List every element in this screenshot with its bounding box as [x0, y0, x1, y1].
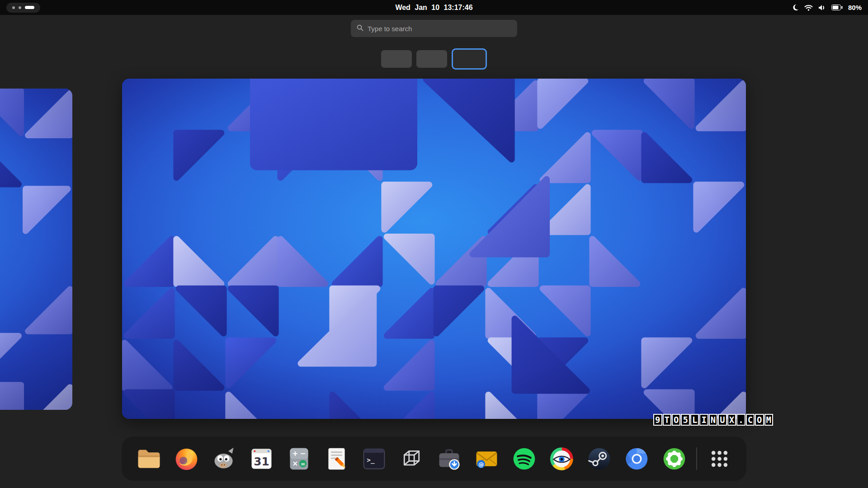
- workspace-thumb-1[interactable]: [381, 50, 412, 68]
- watermark-char: M: [764, 414, 773, 426]
- watermark-char: .: [736, 414, 745, 426]
- activities-workspace-indicator[interactable]: [6, 3, 40, 13]
- dock-item-files[interactable]: [133, 443, 164, 474]
- wallpaper-adjacent: [0, 89, 72, 410]
- dock: 31+−×=>_@: [122, 436, 746, 481]
- spotify-icon: [510, 445, 538, 473]
- workspace-thumb-2[interactable]: [416, 50, 447, 68]
- watermark-char: T: [663, 414, 671, 426]
- search-input[interactable]: Type to search: [351, 20, 517, 37]
- firefox-icon: [173, 445, 200, 473]
- steam-icon: [585, 445, 613, 473]
- svg-text:@: @: [478, 460, 483, 467]
- svg-text:×: ×: [292, 459, 298, 467]
- gimp-icon: [210, 445, 238, 473]
- dock-item-gimp[interactable]: [208, 443, 239, 474]
- wallpaper-art: [0, 89, 72, 410]
- dock-item-software-installer[interactable]: [434, 443, 464, 474]
- dock-item-chromium[interactable]: [621, 443, 652, 474]
- svg-text:31: 31: [254, 455, 269, 468]
- chromium-icon: [623, 445, 651, 473]
- watermark-char: X: [727, 414, 736, 426]
- system-status-area[interactable]: 80%: [792, 0, 862, 15]
- text-editor-icon: [323, 445, 350, 473]
- wifi-icon: [804, 5, 813, 11]
- terminal-icon: >_: [360, 445, 388, 473]
- watermark-char: C: [746, 414, 755, 426]
- calculator-icon: +−×=: [285, 445, 313, 473]
- boxes-icon: [398, 445, 425, 473]
- watermark-char: I: [699, 414, 708, 426]
- xnview-icon: [548, 445, 576, 473]
- software-installer-icon: [435, 445, 463, 473]
- watermark-char: O: [672, 414, 680, 426]
- watermark: 9TO5LINUX.COM: [653, 414, 773, 426]
- watermark-char: L: [690, 414, 699, 426]
- watermark-char: 9: [653, 414, 662, 426]
- watermark-char: N: [709, 414, 717, 426]
- svg-text:=: =: [300, 460, 305, 467]
- dock-item-spotify[interactable]: [509, 443, 539, 474]
- search-placeholder: Type to search: [368, 25, 412, 33]
- dock-item-calculator[interactable]: +−×=: [283, 443, 314, 474]
- dock-item-firefox[interactable]: [171, 443, 202, 474]
- workspace-indicator-dot: [12, 6, 15, 9]
- top-bar: Wed Jan 10 13:17:46 80%: [0, 0, 868, 15]
- workspace-indicator-active-pill: [25, 6, 34, 9]
- calendar-icon: 31: [248, 445, 275, 473]
- volume-icon: [818, 5, 826, 11]
- dock-item-text-editor[interactable]: [321, 443, 352, 474]
- svg-text:>_: >_: [367, 456, 375, 464]
- svg-text:+: +: [292, 449, 298, 457]
- dock-separator: [696, 447, 697, 470]
- wallpaper-art: [122, 79, 746, 419]
- watermark-char: O: [755, 414, 764, 426]
- battery-percent: 80%: [848, 4, 862, 11]
- workspace-thumb-3-active[interactable]: [452, 48, 487, 70]
- watermark-char: 5: [681, 414, 689, 426]
- workspace-switcher: [381, 48, 487, 70]
- battery-icon: [831, 5, 843, 10]
- clock[interactable]: Wed Jan 10 13:17:46: [395, 4, 472, 12]
- dark-mode-moon-icon: [792, 4, 799, 11]
- search-icon: [357, 24, 363, 33]
- mail-icon: @: [473, 445, 500, 473]
- show-apps-icon: [706, 445, 733, 473]
- dock-item-settings[interactable]: [659, 443, 689, 474]
- dock-item-show-apps[interactable]: [704, 443, 735, 474]
- dock-item-terminal[interactable]: >_: [359, 443, 389, 474]
- dock-item-mail[interactable]: @: [471, 443, 502, 474]
- svg-text:−: −: [300, 449, 306, 457]
- settings-icon: [660, 445, 688, 473]
- files-icon: [135, 445, 163, 473]
- dock-item-steam[interactable]: [584, 443, 614, 474]
- dock-item-boxes[interactable]: [396, 443, 427, 474]
- workspace-indicator-dot: [19, 6, 21, 9]
- watermark-char: U: [718, 414, 726, 426]
- dock-item-xnview[interactable]: [546, 443, 577, 474]
- dock-item-calendar[interactable]: 31: [246, 443, 277, 474]
- workspace-preview-adjacent[interactable]: [0, 89, 72, 410]
- workspace-preview-active[interactable]: [122, 79, 746, 419]
